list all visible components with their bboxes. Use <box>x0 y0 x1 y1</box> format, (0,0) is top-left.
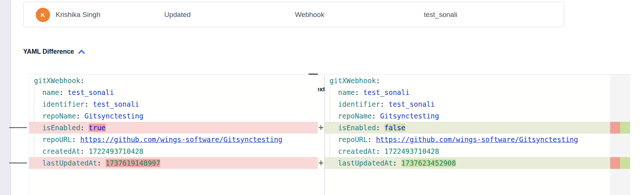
diff-line: repoName: Gitsynctesting <box>29 110 318 122</box>
code-token: : <box>72 135 76 143</box>
added-line-marker-icon: + <box>317 157 325 169</box>
code-token <box>330 135 338 143</box>
diff-line: name: test_sonali <box>29 86 318 98</box>
diff-line: repoName: Gitsynctesting <box>325 110 610 122</box>
code-token: : <box>367 135 372 143</box>
code-token: Gitsynctesting <box>84 112 143 120</box>
code-token <box>380 124 384 132</box>
code-token <box>330 159 338 167</box>
code-token: isEnabled <box>338 124 376 132</box>
repo-url-link[interactable]: https://github.com/wings-software/Gitsyn… <box>80 135 282 143</box>
diff-line: lastUpdatedAt: 1737619148997 <box>29 157 318 169</box>
code-token: true <box>89 124 106 132</box>
code-token: 1722493710428 <box>89 147 144 155</box>
chevron-up-icon[interactable] <box>78 48 85 56</box>
code-token <box>34 100 42 108</box>
code-token <box>34 147 42 155</box>
code-token: : <box>80 124 84 132</box>
code-token: 1737623452908 <box>401 159 456 167</box>
added-line-marker-icon: + <box>317 122 325 134</box>
code-token <box>380 147 384 155</box>
left-rail <box>0 0 11 195</box>
code-token <box>34 88 42 96</box>
code-token <box>84 147 88 155</box>
code-token <box>101 159 105 167</box>
ruler-removed-block <box>610 157 620 169</box>
yaml-diff-left-editor[interactable]: gitXWebhook: name: test_sonali identifie… <box>29 75 318 195</box>
code-token <box>384 100 388 108</box>
code-token: test_sonali <box>388 100 435 108</box>
code-token: test_sonali <box>68 88 114 96</box>
diff-line: identifier: test_sonali <box>325 98 610 110</box>
removed-line-marker-icon <box>9 163 27 163</box>
code-token: name <box>338 88 355 96</box>
code-token: test_sonali <box>363 88 410 96</box>
ruler-added-block <box>620 122 630 134</box>
code-token: : <box>355 88 359 96</box>
overview-ruler[interactable] <box>610 75 630 195</box>
yaml-diff-right-editor[interactable]: gitXWebhook: name: test_sonali identifie… <box>324 75 610 195</box>
code-token: createdAt <box>338 147 376 155</box>
code-token: : <box>97 159 101 167</box>
resource-type-label: Webhook <box>295 2 324 27</box>
code-token <box>330 147 338 155</box>
code-token <box>34 124 42 132</box>
yaml-difference-title: YAML Difference <box>23 48 74 56</box>
code-token <box>63 88 67 96</box>
code-token: test_sonali <box>93 100 139 108</box>
diff-line: name: test_sonali <box>325 86 610 98</box>
user-name: Krishika Singh <box>56 2 100 27</box>
diff-line: isEnabled: false <box>325 122 610 134</box>
diff-line: createdAt: 1722493710428 <box>325 145 610 157</box>
diff-line: identifier: test_sonali <box>29 98 318 110</box>
action-label: Updated <box>164 2 191 27</box>
code-token: lastUpdatedAt <box>338 159 393 167</box>
ruler-added-block <box>620 157 630 169</box>
code-token <box>89 100 93 108</box>
code-token: : <box>393 159 397 167</box>
code-token: : <box>80 147 84 155</box>
code-token: : <box>372 112 376 120</box>
code-token: : <box>376 124 380 132</box>
yaml-difference-header: YAML Difference <box>23 47 85 56</box>
code-token: : <box>376 147 380 155</box>
code-token: false <box>384 124 405 132</box>
code-token <box>359 88 363 96</box>
code-token <box>330 100 338 108</box>
code-token <box>330 88 338 96</box>
code-token: createdAt <box>42 147 80 155</box>
code-token <box>76 135 80 143</box>
audit-log-row[interactable]: K Krishika Singh Updated Webhook test_so… <box>23 2 564 27</box>
code-token: repoURL <box>338 135 367 143</box>
code-token: : <box>380 100 384 108</box>
diff-line: gitXWebhook: <box>29 75 318 86</box>
code-token <box>34 159 42 167</box>
diff-line: isEnabled: true <box>29 122 318 134</box>
code-token: 1722493710428 <box>384 147 439 155</box>
code-token: : <box>80 77 84 85</box>
removed-line-marker-icon <box>9 127 27 128</box>
code-token <box>372 135 376 143</box>
page: K Krishika Singh Updated Webhook test_so… <box>0 0 644 195</box>
code-token: gitXWebhook <box>330 77 376 85</box>
code-token: : <box>84 100 88 108</box>
code-token: isEnabled <box>42 124 80 132</box>
code-token: name <box>42 88 59 96</box>
diff-line: gitXWebhook: <box>325 75 610 86</box>
code-token: : <box>376 77 380 85</box>
code-token <box>376 112 380 120</box>
code-token <box>330 112 338 120</box>
repo-url-link[interactable]: https://github.com/wings-software/Gitsyn… <box>376 135 578 143</box>
code-token <box>34 112 42 120</box>
code-token: : <box>59 88 63 96</box>
diff-line: createdAt: 1722493710428 <box>29 145 318 157</box>
code-token <box>84 124 88 132</box>
code-token <box>34 135 42 143</box>
code-token: : <box>76 112 80 120</box>
code-token: Gitsynctesting <box>380 112 439 120</box>
code-token: repoName <box>338 112 372 120</box>
avatar: K <box>36 8 50 22</box>
diff-line: lastUpdatedAt: 1737623452908 <box>325 157 610 169</box>
code-token <box>330 124 338 132</box>
resource-name-label: test_sonali <box>424 2 457 27</box>
